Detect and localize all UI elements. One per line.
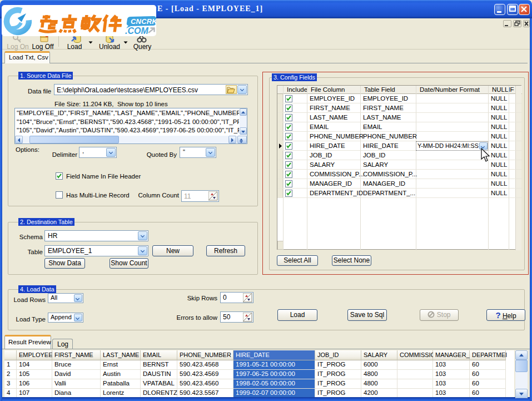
svg-text:CNCRK: CNCRK bbox=[131, 17, 156, 26]
svg-text:.COM: .COM bbox=[125, 26, 148, 36]
